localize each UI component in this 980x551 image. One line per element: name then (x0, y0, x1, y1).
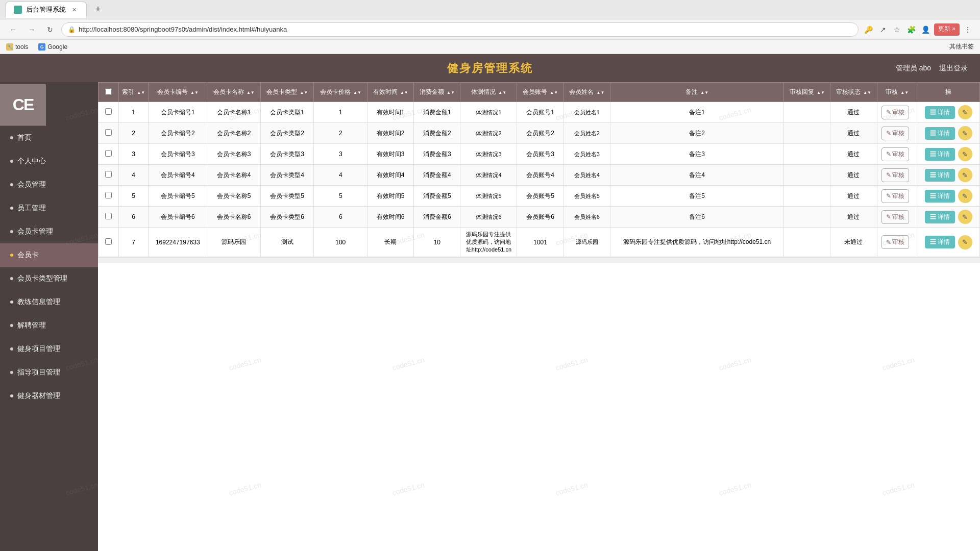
cell-checkbox[interactable] (99, 165, 119, 186)
sidebar-item-equipment-mgmt[interactable]: 健身器材管理 (0, 384, 98, 408)
cell-checkbox[interactable] (99, 144, 119, 165)
th-card-name[interactable]: 会员卡名称 ▲▼ (207, 83, 261, 102)
th-card-type[interactable]: 会员卡类型 ▲▼ (260, 83, 314, 102)
edit-button[interactable]: ✎ (958, 168, 972, 182)
extensions-icon[interactable]: 🧩 (905, 23, 918, 36)
detail-button[interactable]: ☰ 详情 (925, 236, 955, 248)
sidebar-item-member-mgmt[interactable]: 会员管理 (0, 173, 98, 196)
cell-audit[interactable]: ✎ 审核 (877, 207, 917, 228)
profile-icon[interactable]: 👤 (920, 23, 932, 36)
edit-icon: ✎ (962, 130, 968, 137)
cell-audit[interactable]: ✎ 审核 (877, 123, 917, 144)
horizontal-scrollbar[interactable] (98, 257, 980, 263)
th-member-account[interactable]: 会员账号 ▲▼ (517, 83, 564, 102)
audit-button[interactable]: ✎ 审核 (881, 106, 909, 119)
edit-button[interactable]: ✎ (958, 105, 972, 119)
detail-button[interactable]: ☰ 详情 (925, 106, 955, 119)
edit-button[interactable]: ✎ (958, 210, 972, 224)
sidebar-item-card[interactable]: 会员卡 (0, 243, 98, 267)
cell-card-name: 会员卡名称3 (207, 144, 261, 165)
logout-button[interactable]: 退出登录 (939, 64, 968, 73)
cell-checkbox[interactable] (99, 123, 119, 144)
edit-button[interactable]: ✎ (958, 147, 972, 161)
th-checkbox[interactable] (99, 83, 119, 102)
bookmark-tools[interactable]: 🔧 tools (4, 42, 30, 52)
new-tab-button[interactable]: + (91, 3, 105, 17)
cell-audit[interactable]: ✎ 审核 (877, 165, 917, 186)
row-checkbox[interactable] (105, 192, 112, 198)
cell-audit[interactable]: ✎ 审核 (877, 144, 917, 165)
th-audit-reply[interactable]: 审核回复 ▲▼ (784, 83, 830, 102)
row-checkbox[interactable] (105, 108, 112, 115)
edit-button[interactable]: ✎ (958, 235, 972, 249)
detail-button[interactable]: ☰ 详情 (925, 169, 955, 182)
detail-button[interactable]: ☰ 详情 (925, 148, 955, 161)
cell-member-account: 1001 (517, 228, 564, 257)
forward-button[interactable]: → (24, 22, 39, 37)
refresh-button[interactable]: ↻ (43, 22, 57, 37)
tab-title: 后台管理系统 (26, 5, 66, 14)
cell-audit[interactable]: ✎ 审核 (877, 102, 917, 123)
sidebar-item-dismiss-mgmt[interactable]: 解聘管理 (0, 314, 98, 337)
cell-checkbox[interactable] (99, 186, 119, 207)
sidebar-item-home[interactable]: 首页 (0, 126, 98, 149)
row-checkbox[interactable] (105, 238, 112, 245)
th-card-no[interactable]: 会员卡编号 ▲▼ (149, 83, 207, 102)
sidebar-item-fitness-project[interactable]: 健身项目管理 (0, 337, 98, 361)
th-audit[interactable]: 审核 ▲▼ (877, 83, 917, 102)
cell-checkbox[interactable] (99, 228, 119, 257)
audit-button[interactable]: ✎ 审核 (881, 147, 909, 161)
sidebar-item-card-type[interactable]: 会员卡类型管理 (0, 267, 98, 290)
audit-button[interactable]: ✎ 审核 (881, 127, 909, 140)
other-bookmarks[interactable]: 其他书签 (947, 41, 976, 52)
cell-audit[interactable]: ✎ 审核 (877, 186, 917, 207)
sidebar-label-dismiss-mgmt: 解聘管理 (17, 321, 46, 330)
edit-button[interactable]: ✎ (958, 189, 972, 203)
row-checkbox[interactable] (105, 213, 112, 219)
address-bar[interactable]: 🔒 (61, 22, 859, 37)
update-button[interactable]: 更新 » (934, 23, 960, 36)
edit-button[interactable]: ✎ (958, 126, 972, 140)
sidebar-item-coach-mgmt[interactable]: 教练信息管理 (0, 290, 98, 314)
th-index[interactable]: 索引 ▲▼ (119, 83, 149, 102)
key-icon[interactable]: 🔑 (863, 23, 875, 36)
audit-button[interactable]: ✎ 审核 (881, 189, 909, 203)
audit-button[interactable]: ✎ 审核 (881, 210, 909, 224)
url-input[interactable] (79, 26, 852, 33)
sidebar-item-guidance-project[interactable]: 指导项目管理 (0, 361, 98, 384)
row-checkbox[interactable] (105, 129, 112, 136)
audit-button[interactable]: ✎ 审核 (881, 168, 909, 182)
sidebar-item-card-mgmt[interactable]: 会员卡管理 (0, 220, 98, 243)
detail-button[interactable]: ☰ 详情 (925, 127, 955, 140)
sidebar-item-personal[interactable]: 个人中心 (0, 149, 98, 173)
cell-checkbox[interactable] (99, 207, 119, 228)
cell-audit[interactable]: ✎ 审核 (877, 228, 917, 257)
star-icon[interactable]: ☆ (891, 23, 903, 36)
th-consume-amount[interactable]: 消费金额 ▲▼ (414, 83, 460, 102)
share-icon[interactable]: ↗ (877, 23, 889, 36)
detail-button[interactable]: ☰ 详情 (925, 211, 955, 223)
th-audit-status[interactable]: 审核状态 ▲▼ (830, 83, 877, 102)
cell-member-name: 会员姓名4 (564, 165, 610, 186)
back-button[interactable]: ← (6, 22, 20, 37)
th-body-test[interactable]: 体测情况 ▲▼ (460, 83, 517, 102)
th-card-price[interactable]: 会员卡价格 ▲▼ (314, 83, 368, 102)
table-row: 1 会员卡编号1 会员卡名称1 会员卡类型1 1 有效时间1 消费金额1 体测情… (99, 102, 980, 123)
row-checkbox[interactable] (105, 150, 112, 157)
cell-index: 5 (119, 186, 149, 207)
menu-icon[interactable]: ⋮ (962, 23, 974, 36)
row-checkbox[interactable] (105, 171, 112, 178)
th-remark[interactable]: 备注 ▲▼ (610, 83, 783, 102)
detail-button[interactable]: ☰ 详情 (925, 190, 955, 203)
sidebar-item-staff-mgmt[interactable]: 员工管理 (0, 196, 98, 220)
select-all-checkbox[interactable] (105, 88, 112, 95)
audit-button[interactable]: ✎ 审核 (881, 235, 909, 249)
active-tab[interactable]: 后台管理系统 ✕ (5, 2, 87, 18)
bookmark-google[interactable]: G Google (36, 42, 69, 52)
cell-checkbox[interactable] (99, 102, 119, 123)
cell-card-name: 源码乐园 (207, 228, 261, 257)
th-member-name[interactable]: 会员姓名 ▲▼ (564, 83, 610, 102)
tab-close-button[interactable]: ✕ (70, 6, 78, 14)
google-icon: G (38, 43, 45, 51)
th-valid-time[interactable]: 有效时间 ▲▼ (368, 83, 414, 102)
